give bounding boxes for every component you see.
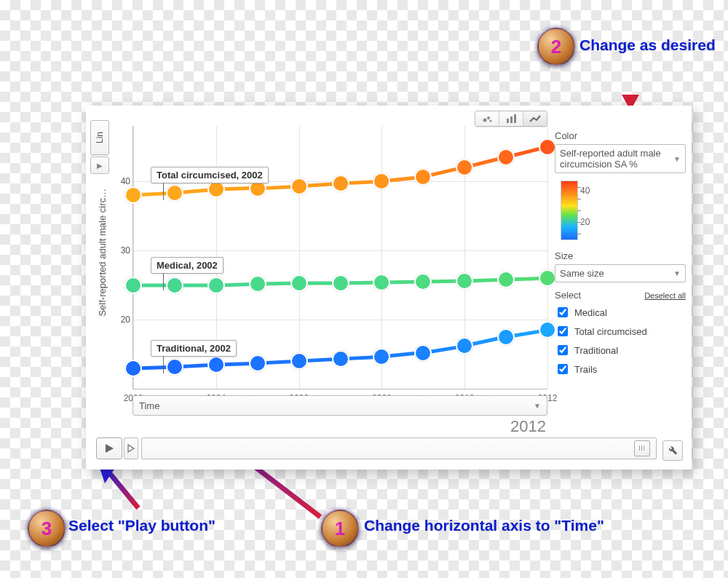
chevron-down-icon: ▼ <box>673 155 681 163</box>
size-select[interactable]: Same size ▼ <box>555 264 686 282</box>
color-legend: 40 20 <box>561 181 578 240</box>
checkbox-input[interactable] <box>558 326 568 336</box>
data-point[interactable] <box>166 277 183 294</box>
checkbox-input[interactable] <box>558 345 568 355</box>
xaxis-select-value: Time <box>139 400 159 411</box>
step-bubble-3: 3 <box>28 510 66 547</box>
svg-point-7 <box>487 116 490 119</box>
series-label: Traditional, 2002 <box>151 340 237 357</box>
data-point[interactable] <box>290 274 308 292</box>
xaxis-select[interactable]: Time ▼ <box>132 395 547 416</box>
data-point[interactable] <box>207 277 225 294</box>
data-point[interactable] <box>124 277 142 294</box>
time-slider-thumb[interactable]: lll <box>634 440 650 456</box>
motion-chart-panel: Lin ▶ Self-reported adult male circ… 203… <box>86 106 692 470</box>
data-point[interactable] <box>332 175 349 192</box>
checkbox-traditional[interactable]: Traditional <box>555 343 686 357</box>
line-chart-button[interactable] <box>523 111 547 126</box>
data-point[interactable] <box>414 168 432 186</box>
color-select[interactable]: Self-reported adult male circumcision SA… <box>555 144 686 173</box>
y-tick: 20 <box>111 314 130 325</box>
checkbox-input[interactable] <box>558 364 568 374</box>
data-point[interactable] <box>497 328 515 346</box>
current-year-display: 2012 <box>510 417 546 436</box>
data-point[interactable] <box>207 356 225 373</box>
checkbox-trails[interactable]: Trails <box>555 362 686 376</box>
series-label: Total circumcised, 2002 <box>151 167 269 183</box>
data-point[interactable] <box>290 178 308 195</box>
svg-marker-13 <box>128 445 134 452</box>
yaxis-label: Self-reported adult male circ… <box>96 119 108 386</box>
checkbox-total[interactable]: Total circumcised <box>555 324 686 339</box>
data-point[interactable] <box>456 272 473 290</box>
play-button[interactable] <box>96 438 122 459</box>
side-controls: Color Self-reported adult male circumcis… <box>555 129 686 376</box>
playback-speed-button[interactable] <box>124 438 138 459</box>
data-point[interactable] <box>332 350 349 368</box>
bar-chart-button[interactable] <box>499 111 523 126</box>
step-text-2: Change as desired <box>579 36 716 54</box>
svg-rect-9 <box>507 119 509 123</box>
svg-point-6 <box>483 119 487 122</box>
settings-button[interactable] <box>662 440 683 461</box>
data-point[interactable] <box>249 275 266 293</box>
size-header: Size <box>555 250 686 261</box>
deselect-all-link[interactable]: Deselect all <box>644 291 686 300</box>
step-bubble-2: 2 <box>537 28 575 66</box>
data-point[interactable] <box>124 186 142 204</box>
data-point[interactable] <box>166 184 183 202</box>
svg-marker-12 <box>106 444 114 453</box>
data-point[interactable] <box>456 337 473 355</box>
plot-area: 203040200220042006200820102012Total circ… <box>132 126 547 389</box>
data-point[interactable] <box>539 269 556 287</box>
y-tick: 30 <box>111 245 130 256</box>
series-label: Medical, 2002 <box>151 257 223 274</box>
time-slider[interactable]: lll <box>141 438 657 459</box>
data-point[interactable] <box>456 159 473 176</box>
svg-rect-10 <box>510 116 513 123</box>
color-select-value: Self-reported adult male circumcision SA… <box>560 148 669 170</box>
legend-tick-hi: 40 <box>580 186 590 196</box>
data-point[interactable] <box>497 149 515 166</box>
checkbox-input[interactable] <box>558 307 568 317</box>
select-header: Select <box>555 290 581 301</box>
series-select-block: Select Deselect all Medical Total circum… <box>555 290 686 376</box>
data-point[interactable] <box>539 321 556 339</box>
data-point[interactable] <box>373 274 390 291</box>
step-text-1: Change horizontal axis to "Time" <box>364 517 604 534</box>
data-point[interactable] <box>124 360 142 377</box>
data-point[interactable] <box>539 138 556 156</box>
chevron-down-icon: ▼ <box>534 402 541 410</box>
data-point[interactable] <box>166 358 183 376</box>
data-point[interactable] <box>414 273 432 290</box>
data-point[interactable] <box>414 344 432 362</box>
svg-point-8 <box>490 120 492 122</box>
svg-rect-11 <box>514 114 516 123</box>
data-point[interactable] <box>332 274 349 292</box>
chart-type-toggle <box>475 111 547 127</box>
data-point[interactable] <box>373 173 390 190</box>
color-header: Color <box>555 130 686 141</box>
checkbox-medical[interactable]: Medical <box>555 305 686 320</box>
data-point[interactable] <box>497 271 515 288</box>
size-select-value: Same size <box>560 268 604 279</box>
legend-tick-lo: 20 <box>580 217 590 227</box>
y-tick: 40 <box>111 176 130 186</box>
data-point[interactable] <box>290 352 308 370</box>
data-point[interactable] <box>249 355 266 372</box>
data-point[interactable] <box>373 348 390 365</box>
bubble-chart-button[interactable] <box>475 111 499 126</box>
chevron-down-icon: ▼ <box>673 269 681 277</box>
